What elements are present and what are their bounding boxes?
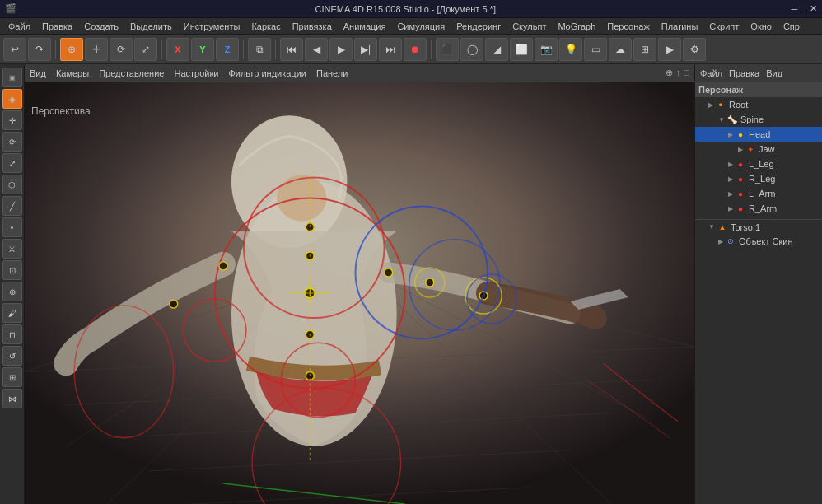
camera-btn[interactable]: 📷 bbox=[535, 38, 558, 61]
move-tool-left[interactable]: ✛ bbox=[2, 110, 22, 130]
scale-tool-left[interactable]: ⤢ bbox=[2, 153, 22, 173]
polygon-btn[interactable]: ⬡ bbox=[2, 175, 22, 194]
cone-btn[interactable]: ◢ bbox=[485, 38, 508, 61]
loop-btn[interactable]: ⊕ bbox=[2, 282, 22, 301]
tree-item-torso1[interactable]: ▼ ▲ Torso.1 bbox=[695, 219, 822, 234]
menu-character[interactable]: Персонаж bbox=[602, 18, 654, 35]
tree-item-jaw[interactable]: ▶ ✦ Jaw bbox=[695, 142, 822, 156]
viewport-menu-display[interactable]: Представление bbox=[99, 68, 164, 78]
play-btn[interactable]: ▶ bbox=[329, 38, 353, 61]
edge-btn[interactable]: ╱ bbox=[2, 196, 22, 216]
sphere-btn[interactable]: ◯ bbox=[460, 38, 483, 61]
tree-item-l-arm[interactable]: ▶ ● L_Arm bbox=[695, 186, 822, 201]
magnet-btn[interactable]: ⊓ bbox=[2, 324, 22, 344]
grid-btn[interactable]: ⊞ bbox=[2, 367, 22, 387]
maximize-btn[interactable]: □ bbox=[801, 4, 806, 14]
render-settings-btn[interactable]: ⚙ bbox=[683, 38, 706, 61]
menu-create[interactable]: Создать bbox=[79, 18, 124, 35]
select-object-btn[interactable]: ◈ bbox=[2, 89, 22, 109]
render-view-btn[interactable]: ⊞ bbox=[633, 38, 656, 61]
menu-window[interactable]: Окно bbox=[745, 18, 777, 35]
tree-item-root[interactable]: ▶ ● Root bbox=[695, 97, 822, 112]
viewport[interactable]: Вид Камеры Представление Настройки Фильт… bbox=[25, 64, 694, 504]
menu-simulation[interactable]: Симуляция bbox=[392, 18, 450, 35]
first-frame-btn[interactable]: ⏮ bbox=[280, 38, 303, 61]
tree-item-spine[interactable]: ▼ 🦴 Spine bbox=[695, 112, 822, 127]
redo-button[interactable]: ↷ bbox=[28, 38, 51, 61]
nav-icon-1[interactable]: ⊕ bbox=[666, 68, 673, 78]
y-axis-btn[interactable]: Y bbox=[191, 38, 214, 61]
viewport-menu-cameras[interactable]: Камеры bbox=[56, 68, 89, 78]
tree-item-r-arm[interactable]: ▶ ● R_Arm bbox=[695, 201, 822, 216]
menu-render[interactable]: Рендеринг bbox=[451, 18, 506, 35]
expand-arrow-larm[interactable]: ▶ bbox=[728, 190, 733, 198]
z-axis-btn[interactable]: Z bbox=[216, 38, 239, 61]
menu-wireframe[interactable]: Каркас bbox=[246, 18, 285, 35]
menu-file[interactable]: Файл bbox=[3, 18, 35, 35]
point-btn[interactable]: • bbox=[2, 217, 22, 237]
snap-btn[interactable]: ⋈ bbox=[2, 389, 22, 408]
record-btn[interactable]: ⏺ bbox=[404, 38, 427, 61]
menu-tools[interactable]: Инструменты bbox=[179, 18, 245, 35]
minimize-btn[interactable]: ─ bbox=[792, 4, 798, 14]
viewport-3d[interactable]: Перспектива bbox=[25, 82, 694, 504]
cube-btn[interactable]: ⬛ bbox=[436, 38, 459, 61]
menu-edit[interactable]: Правка bbox=[37, 18, 77, 35]
menu-plugins[interactable]: Плагины bbox=[656, 18, 703, 35]
menu-snap[interactable]: Привязка bbox=[287, 18, 337, 35]
expand-arrow-head[interactable]: ▶ bbox=[728, 131, 733, 138]
menu-script[interactable]: Скрипт bbox=[704, 18, 744, 35]
expand-arrow-spine[interactable]: ▼ bbox=[718, 116, 725, 124]
tree-item-head[interactable]: ▶ ● Head bbox=[695, 127, 822, 142]
render-btn[interactable]: ▶ bbox=[658, 38, 681, 61]
viewport-menu-settings[interactable]: Настройки bbox=[174, 68, 218, 78]
menu-animation[interactable]: Анимация bbox=[339, 18, 391, 35]
viewport-menu-view[interactable]: Вид bbox=[30, 68, 46, 78]
tree-item-r-leg[interactable]: ▶ ● R_Leg bbox=[695, 171, 822, 186]
menu-select[interactable]: Выделить bbox=[125, 18, 177, 35]
nav-icon-3[interactable]: □ bbox=[684, 68, 689, 78]
expand-arrow-torso[interactable]: ▼ bbox=[708, 223, 715, 231]
viewport-menu-filter[interactable]: Фильтр индикации bbox=[228, 68, 306, 78]
right-panel-edit[interactable]: Правка bbox=[729, 68, 759, 78]
plane-btn[interactable]: ⬜ bbox=[510, 38, 533, 61]
move-tool[interactable]: ✛ bbox=[85, 38, 108, 61]
live-select-tool[interactable]: ⊕ bbox=[60, 38, 83, 61]
sky-btn[interactable]: ☁ bbox=[609, 38, 632, 61]
scale-tool[interactable]: ⤢ bbox=[134, 38, 157, 61]
coord-system-btn[interactable]: ⧉ bbox=[248, 38, 271, 61]
undo-button[interactable]: ↩ bbox=[3, 38, 26, 61]
rotate-tool[interactable]: ⟳ bbox=[110, 38, 133, 61]
extrude-btn[interactable]: ⊡ bbox=[2, 260, 22, 280]
right-panel-view[interactable]: Вид bbox=[766, 68, 782, 78]
twist-btn[interactable]: ↺ bbox=[2, 346, 22, 366]
tree-item-l-leg[interactable]: ▶ ● L_Leg bbox=[695, 156, 822, 171]
menu-help[interactable]: Спр bbox=[778, 18, 805, 35]
svg-point-18 bbox=[281, 343, 355, 417]
nav-icon-2[interactable]: ↑ bbox=[676, 68, 681, 78]
menu-mograph[interactable]: MoGraph bbox=[553, 18, 600, 35]
select-model-btn[interactable]: ▣ bbox=[2, 68, 22, 87]
expand-arrow-lleg[interactable]: ▶ bbox=[728, 161, 733, 168]
floor-btn[interactable]: ▭ bbox=[584, 38, 607, 61]
next-frame-btn[interactable]: ▶| bbox=[354, 38, 377, 61]
close-btn[interactable]: ✕ bbox=[810, 3, 817, 14]
expand-arrow[interactable]: ▶ bbox=[708, 101, 713, 109]
expand-arrow-rleg[interactable]: ▶ bbox=[728, 175, 733, 183]
rotate-tool-left[interactable]: ⟳ bbox=[2, 132, 22, 152]
svg-point-20 bbox=[74, 306, 173, 438]
expand-arrow-skin[interactable]: ▶ bbox=[718, 238, 723, 245]
light-btn[interactable]: 💡 bbox=[559, 38, 582, 61]
menu-sculpt[interactable]: Скульпт bbox=[507, 18, 551, 35]
viewport-menu-panels[interactable]: Панели bbox=[316, 68, 348, 78]
tree-item-skin[interactable]: ▶ ⊙ Объект Скин bbox=[695, 234, 822, 249]
right-panel-file[interactable]: Файл bbox=[700, 68, 722, 78]
prev-frame-btn[interactable]: ◀ bbox=[305, 38, 328, 61]
scene-tree[interactable]: ▶ ● Root ▼ 🦴 Spine ▶ ● Head bbox=[695, 97, 822, 504]
last-frame-btn[interactable]: ⏭ bbox=[379, 38, 402, 61]
x-axis-btn[interactable]: X bbox=[166, 38, 189, 61]
expand-arrow-jaw[interactable]: ▶ bbox=[738, 146, 743, 153]
expand-arrow-rarm[interactable]: ▶ bbox=[728, 205, 733, 212]
paint-btn[interactable]: 🖌 bbox=[2, 303, 22, 323]
knife-btn[interactable]: ⚔ bbox=[2, 239, 22, 259]
